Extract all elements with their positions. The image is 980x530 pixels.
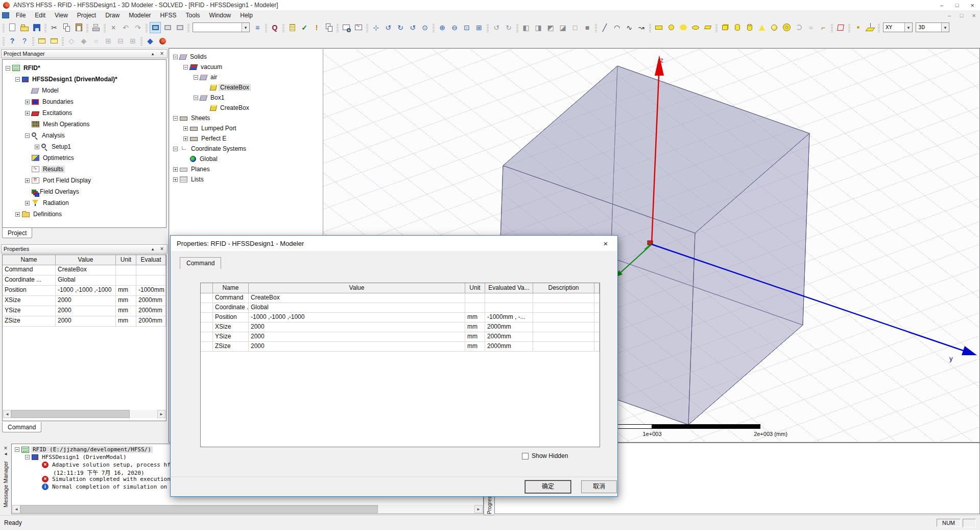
q-icon-icon[interactable]: Q (269, 22, 280, 33)
menu-file[interactable]: File (11, 11, 30, 20)
combo-dropdown-icon[interactable] (242, 23, 249, 32)
tree-item[interactable]: +Definitions (3, 209, 166, 220)
open-icon[interactable] (19, 22, 30, 33)
solution-data-icon[interactable] (323, 22, 334, 33)
close-button[interactable] (965, 0, 980, 10)
menu-hfss[interactable]: HFSS (156, 11, 181, 20)
tree-item[interactable]: +Lumped Port (170, 123, 323, 133)
tree-expand-toggle[interactable]: + (35, 145, 39, 149)
menu-view[interactable]: View (50, 11, 73, 20)
draw-helix-icon[interactable]: ≈ (805, 22, 817, 33)
combo-dropdown-icon[interactable] (904, 23, 912, 32)
tab-project[interactable]: Project (2, 228, 32, 238)
orient-top-icon[interactable]: ◩ (545, 22, 556, 33)
draw-torus-icon[interactable] (781, 22, 792, 33)
dialog-title-bar[interactable]: Properties: RFID - HFSSDesign1 - Modeler (171, 236, 617, 251)
tree-item[interactable]: Results (3, 164, 166, 175)
mdi-restore-button[interactable] (955, 11, 968, 20)
print-icon[interactable] (90, 22, 102, 33)
draw-spline-icon[interactable]: ∿ (624, 22, 635, 33)
menu-project[interactable]: Project (73, 11, 101, 20)
view-redo-icon[interactable]: ↻ (503, 22, 514, 33)
grid-row[interactable]: Position-1000 ,-1000 ,-1000mm-1000mm , -… (201, 313, 600, 322)
tree-expand-toggle[interactable]: − (25, 133, 30, 138)
project-tree-panel[interactable]: −RFID*−HFSSDesign1 (DrivenModal)*Model+B… (2, 59, 166, 228)
menu-tools[interactable]: Tools (181, 11, 205, 20)
save-icon[interactable] (31, 22, 42, 33)
minimize-button[interactable] (934, 0, 949, 10)
show-hidden-checkbox[interactable] (522, 453, 529, 459)
show-hidden-row[interactable]: Show Hidden (522, 452, 568, 459)
cut-icon[interactable]: ✂ (49, 22, 60, 33)
draw-cylinder-icon[interactable] (732, 22, 743, 33)
delete-icon[interactable]: × (108, 22, 119, 33)
grid-row[interactable]: XSize2000mm2000mm (3, 296, 166, 306)
close-panel-icon[interactable] (159, 50, 165, 57)
orient-back-icon[interactable]: □ (569, 22, 581, 33)
pin-panel-icon[interactable]: ◂ (2, 451, 9, 457)
zoom-in-icon[interactable]: ⊕ (437, 22, 448, 33)
tab-command[interactable]: Command (2, 422, 41, 432)
scroll-right-icon[interactable] (157, 410, 165, 418)
tree-expand-toggle[interactable]: − (173, 147, 178, 151)
tree-item[interactable]: +Radiation (3, 197, 166, 209)
mdi-minimize-button[interactable] (943, 11, 955, 20)
dynamic-zoom-icon[interactable]: ⊙ (419, 22, 431, 33)
tree-item[interactable]: Optimetrics (3, 152, 166, 164)
scroll-track[interactable] (11, 410, 157, 418)
ansys-home-icon[interactable] (157, 35, 168, 47)
tree-item[interactable]: +Port Field Display (3, 175, 166, 186)
rotate-model-icon[interactable]: ↺ (383, 22, 394, 33)
menu-draw[interactable]: Draw (101, 11, 124, 20)
tree-item[interactable]: +Planes (170, 164, 323, 174)
zoom-out-icon[interactable]: ⊖ (449, 22, 460, 33)
copy-icon[interactable] (61, 22, 72, 33)
collapse-panel-icon[interactable] (150, 245, 156, 252)
boolean-unite-icon[interactable]: ⊞ (127, 35, 138, 47)
mdi-close-button[interactable] (968, 11, 980, 20)
tree-item[interactable]: −Box1 (170, 93, 323, 103)
cs-combo[interactable]: XY (883, 22, 913, 32)
paste-icon[interactable] (73, 22, 84, 33)
snap-point-icon[interactable]: ◇ (66, 35, 77, 47)
tree-item[interactable]: CreateBox (170, 82, 323, 93)
tree-expand-toggle[interactable]: − (194, 96, 198, 100)
history-combo[interactable] (193, 22, 250, 32)
orient-right-icon[interactable]: ◪ (557, 22, 568, 33)
tree-item[interactable]: Global (170, 154, 323, 164)
draw-arc-icon[interactable]: ◠ (611, 22, 623, 33)
tree-expand-toggle[interactable]: + (25, 201, 30, 205)
zoom-report-icon[interactable] (341, 22, 352, 33)
pan-icon[interactable]: ⊹ (370, 22, 381, 33)
boolean-subtract-icon[interactable]: ⊟ (115, 35, 126, 47)
tree-expand-toggle[interactable]: − (194, 75, 198, 80)
close-panel-icon[interactable] (159, 245, 165, 252)
grid-row[interactable]: ZSize2000mm2000mm (3, 316, 166, 327)
snap-grid-icon[interactable]: ⊞ (103, 35, 114, 47)
combo-dropdown-icon[interactable] (941, 23, 949, 32)
grid-row[interactable]: YSize2000mm2000mm (3, 306, 166, 316)
draw-bezier-icon[interactable]: ↝ (636, 22, 647, 33)
draw-point-icon[interactable] (852, 22, 864, 33)
draw-line-icon[interactable]: ╱ (599, 22, 610, 33)
tree-item[interactable]: −Analysis (3, 130, 166, 141)
tree-expand-toggle[interactable]: + (25, 178, 30, 183)
create-region-icon[interactable] (835, 22, 846, 33)
scroll-right-icon[interactable] (474, 505, 483, 513)
create-report-icon[interactable] (353, 22, 364, 33)
show-message-window-icon[interactable] (49, 35, 60, 47)
menu-edit[interactable]: Edit (30, 11, 50, 20)
tree-item[interactable]: +Setup1 (3, 141, 166, 152)
tree-item[interactable]: Model (3, 85, 166, 96)
tree-expand-toggle[interactable]: + (25, 111, 30, 116)
scroll-thumb[interactable] (11, 410, 130, 418)
tree-item[interactable]: Mesh Operations (3, 119, 166, 130)
edit-notes-icon[interactable] (286, 22, 298, 33)
draw-regular-polyhedron-icon[interactable] (744, 22, 755, 33)
tree-item[interactable]: −HFSSDesign1 (DrivenModal)* (3, 74, 166, 85)
tree-item[interactable]: −air (170, 72, 323, 82)
scroll-left-icon[interactable] (3, 410, 11, 418)
maximize-button[interactable] (949, 0, 965, 10)
grid-row[interactable]: ZSize2000mm2000mm (201, 342, 600, 352)
draw-rectangle-icon[interactable] (653, 22, 664, 33)
